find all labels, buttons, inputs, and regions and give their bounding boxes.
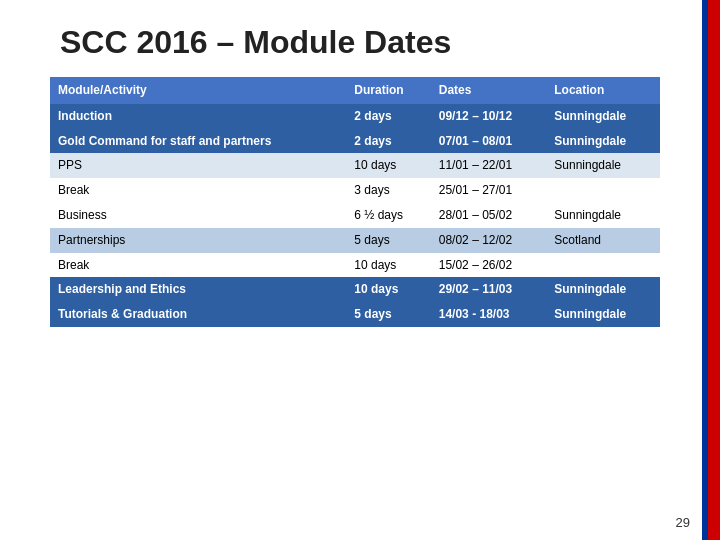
table-row: Tutorials & Graduation5 days14/03 - 18/0… [50,302,660,327]
table-cell [546,178,660,203]
table-cell: 08/02 – 12/02 [431,228,547,253]
col-header-module: Module/Activity [50,77,346,104]
table-cell: 25/01 – 27/01 [431,178,547,203]
table-cell: Leadership and Ethics [50,277,346,302]
table-cell: Break [50,178,346,203]
table-cell: 5 days [346,302,430,327]
table-cell: Sunningdale [546,104,660,129]
table-cell: 5 days [346,228,430,253]
table-row: Break3 days25/01 – 27/01 [50,178,660,203]
table-cell: 10 days [346,253,430,278]
table-row: Gold Command for staff and partners2 day… [50,129,660,154]
table-cell: Sunningdale [546,302,660,327]
table-cell: Scotland [546,228,660,253]
table-cell: Induction [50,104,346,129]
table-cell: 11/01 – 22/01 [431,153,547,178]
red-accent-bar [708,0,720,540]
table-cell: 2 days [346,104,430,129]
table-row: Break10 days15/02 – 26/02 [50,253,660,278]
table-cell: Partnerships [50,228,346,253]
table-cell: Sunningdale [546,203,660,228]
table-cell: 10 days [346,277,430,302]
table-container: Module/Activity Duration Dates Location … [0,77,720,327]
table-cell: 15/02 – 26/02 [431,253,547,278]
table-cell: Sunningdale [546,277,660,302]
table-row: PPS10 days11/01 – 22/01Sunningdale [50,153,660,178]
col-header-duration: Duration [346,77,430,104]
table-cell: 6 ½ days [346,203,430,228]
page-number: 29 [676,515,690,530]
page-title: SCC 2016 – Module Dates [0,0,720,77]
table-cell: Sunningdale [546,129,660,154]
blue-accent-bar [702,0,708,540]
module-dates-table: Module/Activity Duration Dates Location … [50,77,660,327]
table-cell: 07/01 – 08/01 [431,129,547,154]
col-header-dates: Dates [431,77,547,104]
table-cell: 28/01 – 05/02 [431,203,547,228]
table-cell: Break [50,253,346,278]
table-cell [546,253,660,278]
table-cell: Sunningdale [546,153,660,178]
table-cell: 3 days [346,178,430,203]
table-cell: Tutorials & Graduation [50,302,346,327]
table-cell: 2 days [346,129,430,154]
table-row: Leadership and Ethics10 days29/02 – 11/0… [50,277,660,302]
table-cell: 10 days [346,153,430,178]
table-cell: 29/02 – 11/03 [431,277,547,302]
table-cell: PPS [50,153,346,178]
table-header-row: Module/Activity Duration Dates Location [50,77,660,104]
table-cell: 09/12 – 10/12 [431,104,547,129]
table-cell: 14/03 - 18/03 [431,302,547,327]
table-row: Business6 ½ days28/01 – 05/02Sunningdale [50,203,660,228]
table-row: Partnerships5 days08/02 – 12/02Scotland [50,228,660,253]
col-header-location: Location [546,77,660,104]
table-cell: Gold Command for staff and partners [50,129,346,154]
table-row: Induction2 days09/12 – 10/12Sunningdale [50,104,660,129]
table-cell: Business [50,203,346,228]
